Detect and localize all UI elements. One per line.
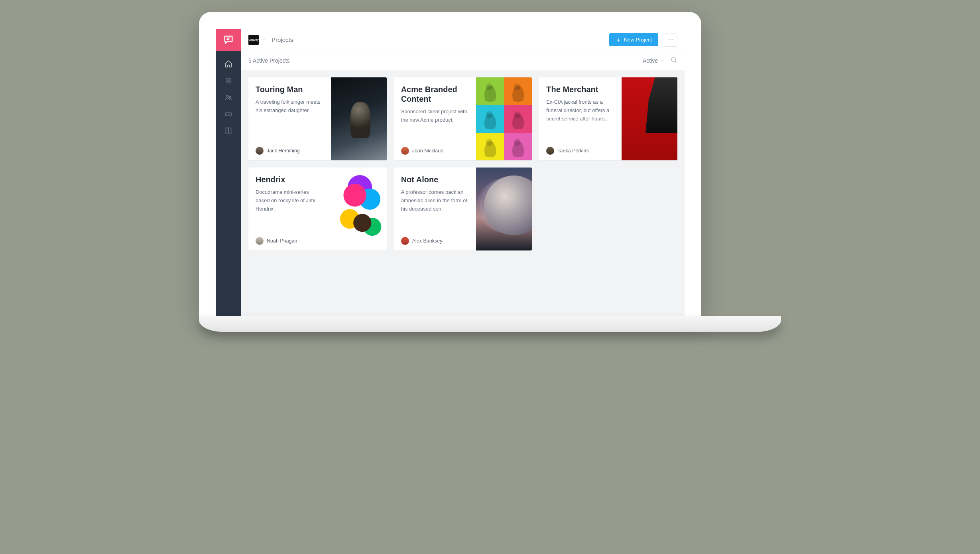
laptop-base xyxy=(199,316,781,332)
nav-library[interactable] xyxy=(224,127,232,135)
people-icon xyxy=(224,93,232,101)
author-name: Joan Nicklaus xyxy=(412,148,443,154)
svg-point-1 xyxy=(228,79,229,81)
project-description: Sponsored client project with the new Ac… xyxy=(401,108,469,147)
project-description: A traveling folk singer meets his estran… xyxy=(256,98,324,147)
status-filter-label: Active xyxy=(643,57,658,64)
project-author: Jack Hemming xyxy=(256,147,324,155)
nav-vip[interactable]: VIP xyxy=(224,110,232,118)
subbar: 5 Active Projects Active xyxy=(241,51,685,70)
project-title: Hendrix xyxy=(256,175,324,184)
project-card[interactable]: The Merchant Ex-CIA jackal fronts as a f… xyxy=(539,77,677,160)
project-title: Touring Man xyxy=(256,85,324,94)
app-screen: VIP Gravity Projects ＋ New Project xyxy=(216,29,685,316)
search-button[interactable] xyxy=(670,56,677,65)
project-card[interactable]: Hendrix Docudrama mini-series based on r… xyxy=(248,168,387,250)
svg-point-6 xyxy=(668,39,669,40)
chat-icon xyxy=(223,34,234,45)
ellipsis-icon xyxy=(667,37,674,43)
sidebar: VIP xyxy=(216,29,241,316)
project-thumbnail xyxy=(622,77,677,160)
nav-contacts[interactable] xyxy=(224,77,232,85)
author-name: Tarika Perkins xyxy=(557,148,589,154)
project-author: Noah Phagan xyxy=(256,237,324,245)
vip-badge-icon: VIP xyxy=(224,110,232,118)
breadcrumb: Projects xyxy=(272,36,293,43)
project-author: Alex Banksey xyxy=(401,237,469,245)
new-project-label: New Project xyxy=(624,37,652,43)
nav-home[interactable] xyxy=(224,60,232,68)
home-icon xyxy=(224,60,232,68)
laptop-frame: VIP Gravity Projects ＋ New Project xyxy=(199,12,701,316)
avatar xyxy=(401,237,409,245)
main-area: Gravity Projects ＋ New Project 5 Active … xyxy=(241,29,685,316)
project-card[interactable]: Not Alone A professor comes back an amne… xyxy=(394,168,532,250)
workspace-switcher[interactable]: Gravity xyxy=(248,35,259,45)
address-card-icon xyxy=(225,77,232,84)
project-title: Acme Branded Content xyxy=(401,85,469,104)
project-count-label: 5 Active Projects xyxy=(248,57,290,64)
project-author: Joan Nicklaus xyxy=(401,147,469,155)
project-card[interactable]: Touring Man A traveling folk singer meet… xyxy=(248,77,387,160)
author-name: Jack Hemming xyxy=(267,148,300,154)
nav-team[interactable] xyxy=(224,93,232,101)
project-title: The Merchant xyxy=(546,85,614,94)
project-author: Tarika Perkins xyxy=(546,147,614,155)
svg-point-2 xyxy=(226,95,228,97)
project-title: Not Alone xyxy=(401,175,469,184)
topbar: Gravity Projects ＋ New Project xyxy=(241,29,685,51)
author-name: Noah Phagan xyxy=(267,238,297,244)
project-thumbnail xyxy=(476,168,532,250)
book-icon xyxy=(224,127,232,135)
new-project-button[interactable]: ＋ New Project xyxy=(609,33,658,46)
svg-text:VIP: VIP xyxy=(227,113,230,116)
avatar xyxy=(256,147,264,155)
project-description: A professor comes back an amnesiac alien… xyxy=(401,188,469,237)
svg-point-3 xyxy=(229,96,231,98)
status-filter[interactable]: Active xyxy=(643,57,665,64)
svg-point-7 xyxy=(670,39,671,40)
project-thumbnail xyxy=(331,168,387,250)
chevron-down-icon xyxy=(660,58,665,63)
svg-point-8 xyxy=(672,39,673,40)
avatar xyxy=(546,147,554,155)
projects-grid: Touring Man A traveling folk singer meet… xyxy=(241,70,685,258)
app-logo[interactable] xyxy=(216,29,241,51)
project-thumbnail xyxy=(476,77,532,160)
project-thumbnail xyxy=(331,77,387,160)
more-menu-button[interactable] xyxy=(664,33,677,47)
sidebar-nav: VIP xyxy=(224,51,232,135)
search-icon xyxy=(670,56,677,63)
project-card[interactable]: Acme Branded Content Sponsored client pr… xyxy=(394,77,532,160)
avatar xyxy=(256,237,264,245)
svg-point-9 xyxy=(671,57,676,62)
project-description: Ex-CIA jackal fronts as a funeral direct… xyxy=(546,98,614,147)
project-description: Docudrama mini-series based on rocky lif… xyxy=(256,188,324,237)
chevron-down-icon[interactable] xyxy=(262,36,266,43)
avatar xyxy=(401,147,409,155)
author-name: Alex Banksey xyxy=(412,238,443,244)
